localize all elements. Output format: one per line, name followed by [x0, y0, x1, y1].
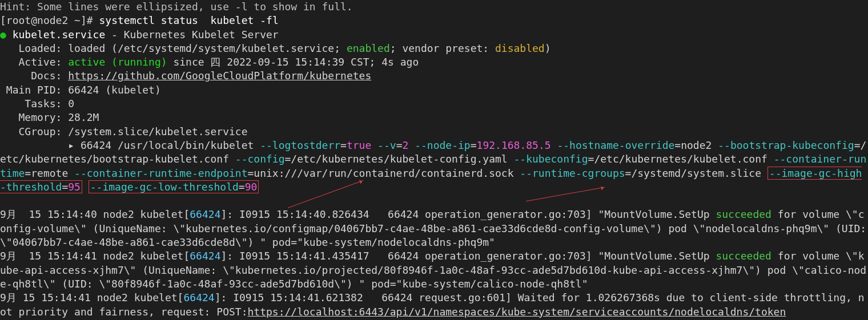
loaded-close: ): [545, 42, 551, 54]
val: /etc/kubernetes/kubelet-config.yaml: [291, 153, 507, 165]
status-dot-icon: ●: [0, 29, 6, 40]
hint-line: Hint: Some lines were ellipsized, use -l…: [0, 1, 353, 13]
active-state: active (running): [68, 56, 167, 68]
flag: --logtostderr: [260, 139, 340, 151]
vendor-preset-label: ; vendor preset:: [390, 42, 495, 54]
highlight-box-gc-low: --image-gc-low-threshold=90: [89, 180, 259, 193]
log-url[interactable]: https://localhost:6443/api/v1/namespaces…: [247, 306, 786, 318]
terminal-output: Hint: Some lines were ellipsized, use -l…: [0, 0, 868, 319]
prompt-user: root: [6, 14, 31, 26]
prompt-host: node2: [37, 14, 68, 26]
flag: --kubeconfig: [514, 153, 588, 165]
log-status: succeeded: [716, 250, 771, 262]
prompt-symbol: #: [87, 14, 93, 26]
val: 95: [68, 181, 81, 193]
val: 90: [245, 181, 258, 193]
tasks-label: Tasks:: [25, 98, 62, 110]
val: node2: [681, 139, 712, 151]
flag: --container-runtime-endpoint: [74, 167, 247, 179]
flag: --image-gc-low-threshold: [90, 181, 239, 193]
enabled-state: enabled: [347, 42, 390, 54]
flag: --node-ip: [415, 139, 471, 151]
log-status: succeeded: [716, 208, 771, 220]
cgroup-label: CGroup:: [19, 125, 62, 137]
prompt-path: ~: [74, 14, 81, 26]
tasks: 0: [68, 98, 74, 110]
vendor-preset-state: disabled: [495, 42, 545, 54]
val: unix:///var/run/containerd/containerd.so…: [254, 167, 513, 179]
val: remote: [31, 167, 68, 179]
service-name: kubelet.service: [13, 29, 106, 40]
log-body: ]: I0915 15:14:40.826434 66424 operation…: [220, 208, 716, 220]
docs-url[interactable]: https://github.com/GoogleCloudPlatform/k…: [68, 70, 371, 82]
log-ts: 9月 15 15:14:40 node2 kubelet: [0, 208, 183, 220]
log-pid: 66424: [183, 291, 214, 303]
val: 2: [402, 139, 408, 151]
flag: --runtime-cgroups: [520, 167, 625, 179]
main-pid: 66424 (kubelet): [68, 84, 161, 96]
flag: --v: [377, 139, 396, 151]
active-label: Active:: [19, 56, 62, 68]
log-body: ]: I0915 15:14:41.435417 66424 operation…: [220, 250, 716, 262]
val: true: [347, 139, 371, 151]
cgroup: /system.slice/kubelet.service: [68, 125, 247, 137]
flag: --config: [235, 153, 285, 165]
terminal[interactable]: Hint: Some lines were ellipsized, use -l…: [0, 0, 868, 319]
log-pid: 66424: [190, 250, 220, 262]
docs-label: Docs:: [31, 70, 62, 82]
flag: --bootstrap-kubeconfig: [718, 139, 854, 151]
main-pid-label: Main PID:: [6, 84, 62, 96]
loaded-label: Loaded:: [19, 42, 62, 54]
memory: 28.2M: [68, 111, 99, 123]
log-pid: 66424: [190, 208, 220, 220]
loaded-value: loaded (/etc/systemd/system/kubelet.serv…: [68, 42, 340, 54]
flag: --hostname-override: [557, 139, 674, 151]
memory-label: Memory:: [19, 111, 62, 123]
log-ts: 9月 15 15:14:41 node2 kubelet: [0, 291, 178, 303]
process-prefix: ▸ 66424 /usr/local/bin/kubelet: [68, 139, 260, 151]
active-since: since 四 2022-09-15 15:14:39 CST; 4s ago: [167, 56, 419, 68]
val: /etc/kubernetes/kubelet.conf: [594, 153, 767, 165]
val: /systemd/system.slice: [631, 167, 761, 179]
command: systemctl status kubelet -fl: [99, 14, 278, 26]
val: 192.168.85.5: [477, 139, 551, 151]
service-desc: Kubernetes Kubelet Server: [124, 29, 279, 40]
log-ts: 9月 15 15:14:41 node2 kubelet: [0, 250, 183, 262]
